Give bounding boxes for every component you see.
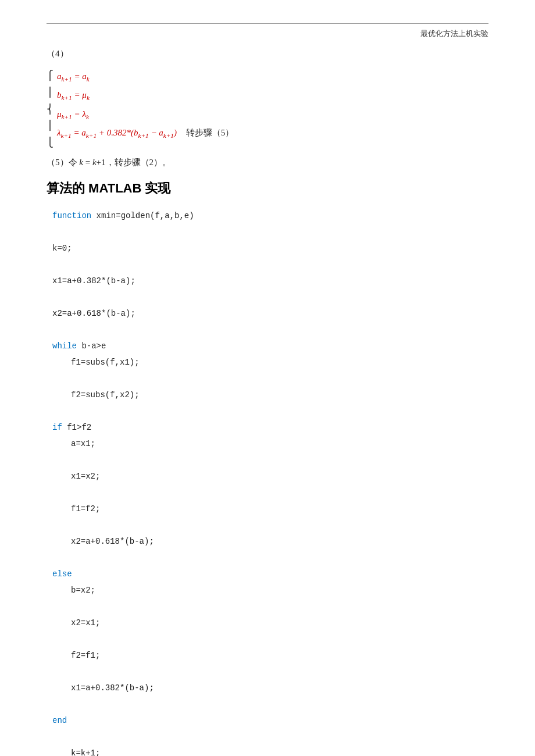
code-blank-2 xyxy=(52,256,488,273)
code-blank-10 xyxy=(52,550,488,566)
code-line-ax1: a=x1; xyxy=(52,436,488,452)
formula-suffix: 转步骤（5） xyxy=(186,125,234,141)
code-blank-9 xyxy=(52,517,488,533)
code-blank-13 xyxy=(52,664,488,680)
formula-line-4: λk+1 = ak+1 + 0.382*(bk+1 − ak+1) 转步骤（5） xyxy=(57,125,234,141)
kw-if: if xyxy=(52,423,62,432)
kw-end1: end xyxy=(52,716,67,725)
section-heading: 算法的 MATLAB 实现 xyxy=(47,180,488,197)
code-line-1: function xmin=golden(f,a,b,e) xyxy=(52,208,488,224)
code-line-f1subs: f1=subs(f,x1); xyxy=(52,354,488,370)
page: 最优化方法上机实验 （4） ⎧ ⎪ ⎨ ⎪ ⎩ ak+1 = ak bk+1 =… xyxy=(0,0,535,756)
code-blank-4 xyxy=(52,322,488,338)
kw-function: function xyxy=(52,211,91,220)
header-divider xyxy=(47,23,488,24)
kw-while: while xyxy=(52,341,77,351)
code-block: function xmin=golden(f,a,b,e) k=0; x1=a+… xyxy=(52,208,488,756)
code-line-if: if f1>f2 xyxy=(52,419,488,436)
code-line-x1: x1=a+0.382*(b-a); xyxy=(52,273,488,289)
section-5-text: （5）令 k = k+1，转步骤（2）。 xyxy=(47,157,488,168)
formula-lines: ak+1 = ak bk+1 = μk μk+1 = λk λk+1 = ak+… xyxy=(57,66,234,141)
code-line-else: else xyxy=(52,566,488,582)
code-blank-15 xyxy=(52,729,488,745)
code-line-x2: x2=a+0.618*(b-a); xyxy=(52,305,488,322)
code-blank-5 xyxy=(52,370,488,387)
code-line-x2x1: x2=x1; xyxy=(52,615,488,631)
code-line-bx2: b=x2; xyxy=(52,582,488,598)
code-blank-8 xyxy=(52,484,488,501)
code-blank-11 xyxy=(52,598,488,615)
section-4-label: （4） xyxy=(47,48,488,59)
code-line-while: while b-a>e xyxy=(52,338,488,354)
page-header-title: 最优化方法上机实验 xyxy=(47,28,488,39)
formula-block-4: ⎧ ⎪ ⎨ ⎪ ⎩ ak+1 = ak bk+1 = μk μk+1 = λk … xyxy=(47,66,488,151)
formula-line-2: bk+1 = μk xyxy=(57,87,234,104)
kw-else: else xyxy=(52,569,72,579)
code-line-kk1: k=k+1; xyxy=(52,745,488,756)
code-line-x2new: x2=a+0.618*(b-a); xyxy=(52,533,488,550)
formula-line-1: ak+1 = ak xyxy=(57,69,234,85)
formula-line-3: μk+1 = λk xyxy=(57,106,234,123)
code-blank-3 xyxy=(52,289,488,305)
code-blank-14 xyxy=(52,696,488,712)
code-line-f2subs: f2=subs(f,x2); xyxy=(52,387,488,403)
code-line-end1: end xyxy=(52,712,488,729)
code-line-f2f1: f2=f1; xyxy=(52,647,488,664)
code-blank-6 xyxy=(52,403,488,419)
code-blank-1 xyxy=(52,224,488,240)
code-line-x1new: x1=a+0.382*(b-a); xyxy=(52,680,488,696)
code-line-k0: k=0; xyxy=(52,240,488,256)
code-line-f1f2: f1=f2; xyxy=(52,501,488,517)
code-line-x1x2: x1=x2; xyxy=(52,468,488,484)
code-blank-12 xyxy=(52,631,488,647)
code-blank-7 xyxy=(52,452,488,468)
